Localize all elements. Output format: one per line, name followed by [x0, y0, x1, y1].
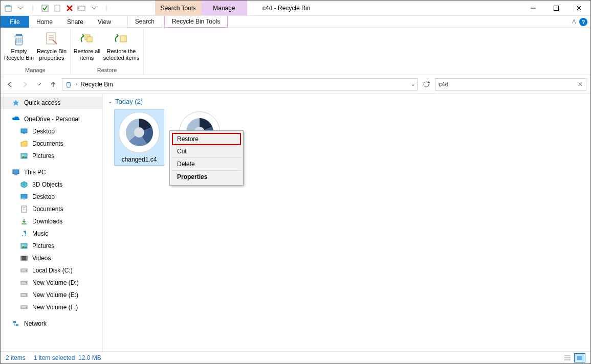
help-icon[interactable]: ? — [579, 18, 587, 26]
tab-file[interactable]: File — [1, 16, 29, 28]
sidebar-item-local-disk-c[interactable]: Local Disk (C:) — [1, 264, 102, 277]
context-menu-cut[interactable]: Cut — [172, 145, 241, 158]
address-location: Recycle Bin — [80, 81, 113, 88]
sidebar-item-this-pc[interactable]: This PC — [1, 166, 102, 178]
sidebar-item-quick-access[interactable]: Quick access — [1, 97, 102, 109]
svg-rect-18 — [67, 82, 70, 83]
svg-rect-16 — [87, 37, 92, 42]
ribbon: Empty Recycle Bin Recycle Bin properties… — [1, 28, 590, 75]
sidebar-item-volume-e[interactable]: New Volume (E:) — [1, 289, 102, 301]
drive-icon — [20, 291, 28, 299]
search-value: c4d — [439, 81, 448, 88]
navigation-sidebar: Quick access OneDrive - Personal Desktop… — [1, 94, 103, 351]
restore-selected-button[interactable]: Restore the selected items — [101, 29, 141, 66]
svg-rect-17 — [120, 36, 126, 42]
qat-delete-icon[interactable] — [64, 3, 75, 14]
qat-dropdown-icon[interactable] — [15, 3, 26, 14]
sidebar-item-3d-objects[interactable]: 3D Objects — [1, 178, 102, 191]
refresh-button[interactable] — [421, 79, 432, 90]
nav-back-button[interactable] — [5, 79, 16, 90]
status-size: 12.0 MB — [78, 354, 101, 361]
drive-icon — [20, 303, 28, 311]
desktop-icon — [20, 127, 28, 135]
sidebar-item-desktop[interactable]: Desktop — [1, 191, 102, 203]
properties-icon — [43, 31, 60, 47]
ribbon-tabs: File Home Share View Search Recycle Bin … — [1, 16, 590, 28]
view-large-icons-button[interactable] — [574, 353, 585, 362]
sidebar-item-volume-d[interactable]: New Volume (D:) — [1, 277, 102, 289]
clear-search-icon[interactable]: ✕ — [578, 81, 583, 88]
svg-rect-24 — [14, 174, 17, 175]
sidebar-item-volume-f[interactable]: New Volume (F:) — [1, 301, 102, 313]
ribbon-group-restore: Restore all items Restore the selected i… — [71, 28, 144, 75]
context-menu-restore[interactable]: Restore — [172, 133, 241, 145]
folder-icon — [20, 140, 28, 148]
quick-access-toolbar — [1, 1, 114, 15]
ribbon-group-manage: Empty Recycle Bin Recycle Bin properties… — [1, 28, 71, 75]
svg-rect-35 — [26, 256, 27, 260]
window-title: c4d - Recycle Bin — [247, 1, 521, 15]
svg-point-37 — [26, 270, 27, 271]
titlebar: Search Tools Manage c4d - Recycle Bin — [1, 1, 590, 16]
sidebar-item-documents[interactable]: Documents — [1, 203, 102, 215]
svg-rect-53 — [577, 356, 582, 360]
svg-rect-0 — [5, 6, 11, 11]
sidebar-item-od-desktop[interactable]: Desktop — [1, 125, 102, 138]
qat-recycle-icon[interactable] — [3, 3, 14, 14]
sidebar-item-downloads[interactable]: Downloads — [1, 215, 102, 228]
qat-rename-icon[interactable] — [76, 3, 87, 14]
tab-home[interactable]: Home — [29, 16, 60, 28]
svg-point-41 — [26, 294, 27, 295]
file-item-selected[interactable]: changed1.c4 — [114, 109, 164, 166]
qat-new-icon[interactable] — [52, 3, 63, 14]
svg-rect-19 — [21, 129, 27, 133]
music-icon — [20, 230, 28, 238]
svg-rect-45 — [16, 324, 18, 326]
maximize-button[interactable] — [544, 1, 567, 15]
qat-properties-icon[interactable] — [39, 3, 51, 14]
nav-forward-button[interactable] — [19, 79, 30, 90]
ribbon-group-label-restore: Restore — [97, 66, 117, 75]
address-dropdown-icon[interactable]: ⌄ — [411, 81, 415, 87]
ribbon-collapse-icon[interactable]: ᐱ — [572, 18, 576, 25]
sidebar-item-music[interactable]: Music — [1, 228, 102, 240]
tab-recycle-bin-tools[interactable]: Recycle Bin Tools — [164, 16, 228, 28]
context-tab-search[interactable]: Search Tools — [155, 1, 201, 15]
qat-divider — [27, 3, 38, 14]
svg-rect-1 — [6, 5, 10, 7]
video-icon — [20, 254, 28, 262]
minimize-button[interactable] — [521, 1, 544, 15]
documents-icon — [20, 205, 28, 213]
svg-rect-34 — [21, 256, 22, 260]
sidebar-item-pictures[interactable]: Pictures — [1, 240, 102, 252]
sidebar-item-network[interactable]: Network — [1, 317, 102, 330]
c4d-file-icon — [119, 112, 160, 153]
nav-up-button[interactable] — [48, 79, 59, 90]
recycle-bin-properties-button[interactable]: Recycle Bin properties — [35, 29, 68, 66]
empty-recycle-bin-button[interactable]: Empty Recycle Bin — [3, 29, 35, 66]
qat-divider2 — [101, 3, 112, 14]
context-tab-manage[interactable]: Manage — [201, 1, 247, 15]
group-header-today[interactable]: ⌄Today (2) — [108, 98, 585, 105]
context-menu-delete[interactable]: Delete — [172, 158, 241, 171]
address-box[interactable]: › Recycle Bin ⌄ — [62, 78, 418, 90]
star-icon — [12, 99, 20, 107]
tab-search[interactable]: Search — [127, 16, 162, 28]
file-name: changed1.c4 — [122, 156, 157, 165]
sidebar-item-onedrive[interactable]: OneDrive - Personal — [1, 113, 102, 125]
window-controls — [521, 1, 590, 15]
search-box[interactable]: c4d ✕ — [435, 78, 586, 90]
tab-view[interactable]: View — [91, 16, 118, 28]
chevron-right-icon[interactable]: › — [76, 81, 77, 87]
context-menu-properties[interactable]: Properties — [172, 171, 241, 183]
nav-history-dropdown[interactable] — [33, 79, 45, 90]
view-details-button[interactable] — [562, 353, 573, 362]
sidebar-item-od-documents[interactable]: Documents — [1, 138, 102, 150]
sidebar-item-videos[interactable]: Videos — [1, 252, 102, 264]
restore-all-button[interactable]: Restore all items — [73, 29, 101, 66]
sidebar-item-od-pictures[interactable]: Pictures — [1, 150, 102, 162]
qat-customize-dropdown-icon[interactable] — [89, 3, 100, 14]
close-button[interactable] — [567, 1, 590, 15]
tab-share[interactable]: Share — [60, 16, 91, 28]
recycle-bin-icon — [11, 31, 27, 47]
